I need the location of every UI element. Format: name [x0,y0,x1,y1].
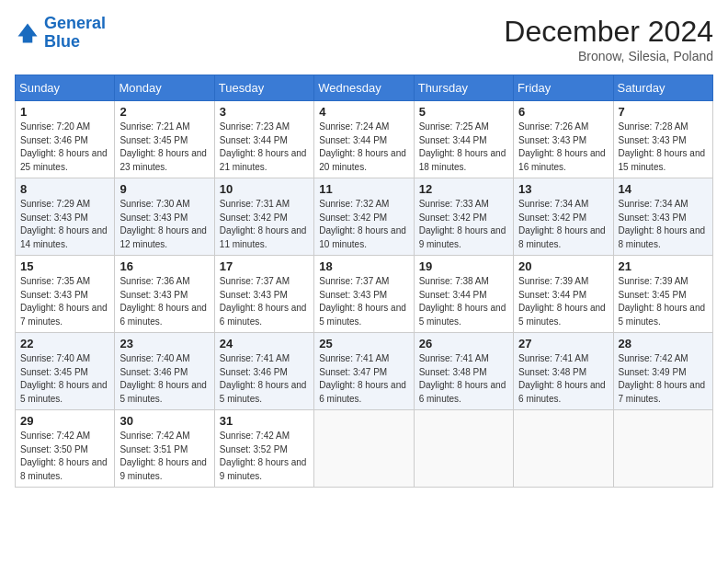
day-info: Sunrise: 7:36 AM Sunset: 3:43 PM Dayligh… [119,275,209,328]
day-number: 17 [220,259,309,273]
day-number: 18 [319,259,408,273]
calendar-cell: 1 Sunrise: 7:20 AM Sunset: 3:46 PM Dayli… [16,101,115,178]
day-number: 22 [20,337,109,350]
day-of-week-header: Thursday [414,75,513,101]
day-info: Sunrise: 7:33 AM Sunset: 3:42 PM Dayligh… [419,198,508,251]
day-number: 12 [419,182,508,196]
day-number: 15 [20,259,109,273]
day-number: 20 [518,259,608,273]
day-number: 6 [518,105,608,119]
calendar-cell: 25 Sunrise: 7:41 AM Sunset: 3:47 PM Dayl… [314,333,414,410]
day-info: Sunrise: 7:39 AM Sunset: 3:44 PM Dayligh… [518,275,608,328]
day-number: 25 [319,337,408,350]
month-title: December 2024 [504,15,713,49]
day-number: 27 [518,337,608,350]
day-number: 19 [419,259,508,273]
day-number: 31 [220,414,309,428]
day-info: Sunrise: 7:34 AM Sunset: 3:42 PM Dayligh… [518,198,608,251]
calendar-cell [414,410,513,488]
day-of-week-header: Tuesday [214,75,313,101]
day-info: Sunrise: 7:41 AM Sunset: 3:46 PM Dayligh… [220,352,309,406]
location: Bronow, Silesia, Poland [504,49,713,63]
calendar-cell: 7 Sunrise: 7:28 AM Sunset: 3:43 PM Dayli… [613,101,712,178]
calendar-cell: 17 Sunrise: 7:37 AM Sunset: 3:43 PM Dayl… [214,256,313,333]
day-number: 21 [619,259,708,273]
day-number: 8 [20,182,109,196]
day-number: 4 [319,105,408,119]
calendar-cell [613,410,712,488]
day-of-week-header: Saturday [613,75,712,101]
day-info: Sunrise: 7:37 AM Sunset: 3:43 PM Dayligh… [220,275,309,328]
day-number: 14 [619,182,708,196]
page-header: General Blue December 2024 Bronow, Siles… [15,15,713,63]
calendar-cell: 31 Sunrise: 7:42 AM Sunset: 3:52 PM Dayl… [214,410,313,488]
day-number: 16 [119,259,209,273]
calendar-cell: 14 Sunrise: 7:34 AM Sunset: 3:43 PM Dayl… [613,178,712,256]
day-info: Sunrise: 7:20 AM Sunset: 3:46 PM Dayligh… [20,121,109,174]
day-number: 10 [220,182,309,196]
day-info: Sunrise: 7:29 AM Sunset: 3:43 PM Dayligh… [20,198,109,251]
calendar-cell [314,410,414,488]
calendar-cell: 15 Sunrise: 7:35 AM Sunset: 3:43 PM Dayl… [16,256,115,333]
calendar-cell: 9 Sunrise: 7:30 AM Sunset: 3:43 PM Dayli… [115,178,214,256]
day-info: Sunrise: 7:32 AM Sunset: 3:42 PM Dayligh… [319,198,408,251]
day-number: 2 [119,105,209,119]
calendar-cell: 10 Sunrise: 7:31 AM Sunset: 3:42 PM Dayl… [214,178,313,256]
day-info: Sunrise: 7:30 AM Sunset: 3:43 PM Dayligh… [119,198,209,251]
calendar-cell: 23 Sunrise: 7:40 AM Sunset: 3:46 PM Dayl… [115,333,214,410]
svg-marker-0 [18,23,38,42]
calendar-cell: 29 Sunrise: 7:42 AM Sunset: 3:50 PM Dayl… [16,410,115,488]
logo: General Blue [15,15,106,52]
day-info: Sunrise: 7:23 AM Sunset: 3:44 PM Dayligh… [220,121,309,174]
day-of-week-header: Sunday [16,75,115,101]
day-number: 24 [220,337,309,350]
day-info: Sunrise: 7:37 AM Sunset: 3:43 PM Dayligh… [319,275,408,328]
calendar-cell: 13 Sunrise: 7:34 AM Sunset: 3:42 PM Dayl… [514,178,613,256]
calendar-cell: 3 Sunrise: 7:23 AM Sunset: 3:44 PM Dayli… [214,101,313,178]
title-block: December 2024 Bronow, Silesia, Poland [504,15,713,63]
day-of-week-header: Friday [514,75,613,101]
day-info: Sunrise: 7:41 AM Sunset: 3:48 PM Dayligh… [419,352,508,406]
calendar-cell: 22 Sunrise: 7:40 AM Sunset: 3:45 PM Dayl… [16,333,115,410]
day-info: Sunrise: 7:35 AM Sunset: 3:43 PM Dayligh… [20,275,109,328]
day-number: 29 [20,414,109,428]
day-number: 28 [619,337,708,350]
day-number: 11 [319,182,408,196]
day-number: 30 [119,414,209,428]
day-info: Sunrise: 7:42 AM Sunset: 3:52 PM Dayligh… [220,430,309,483]
calendar-cell: 19 Sunrise: 7:38 AM Sunset: 3:44 PM Dayl… [414,256,513,333]
day-number: 13 [518,182,608,196]
calendar-cell: 28 Sunrise: 7:42 AM Sunset: 3:49 PM Dayl… [613,333,712,410]
calendar-cell: 11 Sunrise: 7:32 AM Sunset: 3:42 PM Dayl… [314,178,414,256]
day-number: 23 [119,337,209,350]
day-number: 26 [419,337,508,350]
day-info: Sunrise: 7:42 AM Sunset: 3:50 PM Dayligh… [20,430,109,483]
calendar-cell [514,410,613,488]
calendar-cell: 8 Sunrise: 7:29 AM Sunset: 3:43 PM Dayli… [16,178,115,256]
day-info: Sunrise: 7:38 AM Sunset: 3:44 PM Dayligh… [419,275,508,328]
calendar-cell: 26 Sunrise: 7:41 AM Sunset: 3:48 PM Dayl… [414,333,513,410]
logo-text: General Blue [44,15,106,52]
logo-icon [15,20,40,46]
day-info: Sunrise: 7:28 AM Sunset: 3:43 PM Dayligh… [619,121,708,174]
day-of-week-header: Monday [115,75,214,101]
day-info: Sunrise: 7:40 AM Sunset: 3:46 PM Dayligh… [119,352,209,406]
day-number: 7 [619,105,708,119]
day-info: Sunrise: 7:26 AM Sunset: 3:43 PM Dayligh… [518,121,608,174]
calendar-cell: 4 Sunrise: 7:24 AM Sunset: 3:44 PM Dayli… [314,101,414,178]
calendar-cell: 18 Sunrise: 7:37 AM Sunset: 3:43 PM Dayl… [314,256,414,333]
calendar-cell: 27 Sunrise: 7:41 AM Sunset: 3:48 PM Dayl… [514,333,613,410]
day-info: Sunrise: 7:40 AM Sunset: 3:45 PM Dayligh… [20,352,109,406]
day-info: Sunrise: 7:31 AM Sunset: 3:42 PM Dayligh… [220,198,309,251]
day-number: 9 [119,182,209,196]
day-number: 3 [220,105,309,119]
day-info: Sunrise: 7:42 AM Sunset: 3:51 PM Dayligh… [119,430,209,483]
day-info: Sunrise: 7:24 AM Sunset: 3:44 PM Dayligh… [319,121,408,174]
calendar-cell: 16 Sunrise: 7:36 AM Sunset: 3:43 PM Dayl… [115,256,214,333]
calendar-header-row: SundayMondayTuesdayWednesdayThursdayFrid… [16,75,713,101]
day-info: Sunrise: 7:41 AM Sunset: 3:48 PM Dayligh… [518,352,608,406]
calendar-cell: 30 Sunrise: 7:42 AM Sunset: 3:51 PM Dayl… [115,410,214,488]
day-of-week-header: Wednesday [314,75,414,101]
calendar-cell: 6 Sunrise: 7:26 AM Sunset: 3:43 PM Dayli… [514,101,613,178]
day-number: 1 [20,105,109,119]
